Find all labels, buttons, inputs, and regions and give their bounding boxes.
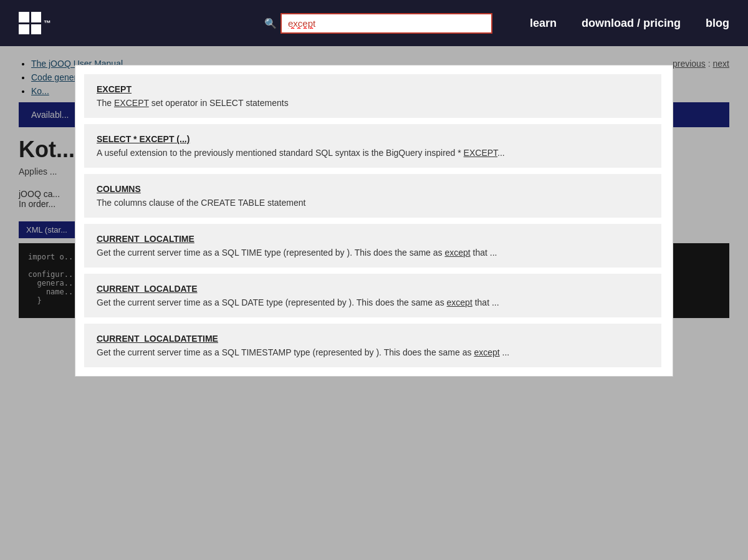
highlight-select-except-desc: EXCEPT [464, 148, 497, 158]
result-item-select-except[interactable]: SELECT * EXCEPT (...) A useful extension… [84, 124, 661, 168]
result-desc-select-except: A useful extension to the previously men… [97, 148, 649, 158]
result-desc-except: The EXCEPT set operator in SELECT statem… [97, 98, 649, 108]
result-title-columns: Columns [97, 184, 649, 194]
modal-scroll-area[interactable]: EXCEPT The EXCEPT set operator in SELECT… [75, 65, 673, 376]
logo-cell-1 [19, 12, 29, 22]
logo-container[interactable]: ™ [19, 12, 51, 34]
result-item-except[interactable]: EXCEPT The EXCEPT set operator in SELECT… [84, 74, 661, 118]
result-title-select-except: SELECT * EXCEPT (...) [97, 134, 649, 144]
main-header: ™ 🔍 learn download / pricing blog [0, 0, 748, 46]
result-title-localtime: CURRENT_LOCALTIME [97, 234, 649, 244]
highlight-except-1: EXCEPT [114, 98, 149, 108]
result-item-localtime[interactable]: CURRENT_LOCALTIME Get the current server… [84, 224, 661, 268]
result-item-localdate[interactable]: CURRENT_LOCALDATE Get the current server… [84, 274, 661, 317]
highlight-select-except-title: EXCEPT [139, 134, 174, 144]
result-item-columns[interactable]: Columns The columns clause of the CREATE… [84, 174, 661, 218]
search-results-modal: EXCEPT The EXCEPT set operator in SELECT… [75, 65, 673, 377]
search-input[interactable] [280, 13, 492, 34]
highlight-localdate: except [447, 297, 472, 307]
main-nav: learn download / pricing blog [530, 17, 729, 30]
highlight-localdatetime: except [474, 347, 499, 357]
logo-grid [19, 12, 41, 34]
search-wrapper: 🔍 [264, 13, 492, 34]
result-item-localdatetime[interactable]: CURRENT_LOCALDATETIME Get the current se… [84, 324, 661, 367]
result-desc-localdate: Get the current server time as a SQL DAT… [97, 297, 649, 307]
result-title-localdatetime: CURRENT_LOCALDATETIME [97, 334, 649, 344]
results-container: EXCEPT The EXCEPT set operator in SELECT… [75, 65, 673, 376]
result-desc-columns: The columns clause of the CREATE TABLE s… [97, 198, 649, 208]
nav-download-pricing[interactable]: download / pricing [582, 17, 681, 30]
result-title-except: EXCEPT [97, 84, 649, 94]
search-icon: 🔍 [264, 17, 277, 29]
logo-text: ™ [44, 19, 51, 27]
logo-cell-2 [31, 12, 42, 22]
logo-cell-4 [31, 24, 42, 35]
result-title-localdate: CURRENT_LOCALDATE [97, 284, 649, 294]
result-desc-localtime: Get the current server time as a SQL TIM… [97, 248, 649, 258]
logo-cell-3 [19, 24, 29, 35]
nav-learn[interactable]: learn [530, 17, 557, 30]
modal-overlay: EXCEPT The EXCEPT set operator in SELECT… [0, 46, 748, 560]
nav-blog[interactable]: blog [706, 17, 729, 30]
highlight-localtime: except [444, 248, 470, 258]
page-background: previous : next The jOOQ User Manual Cod… [0, 46, 748, 560]
result-desc-localdatetime: Get the current server time as a SQL TIM… [97, 347, 649, 357]
